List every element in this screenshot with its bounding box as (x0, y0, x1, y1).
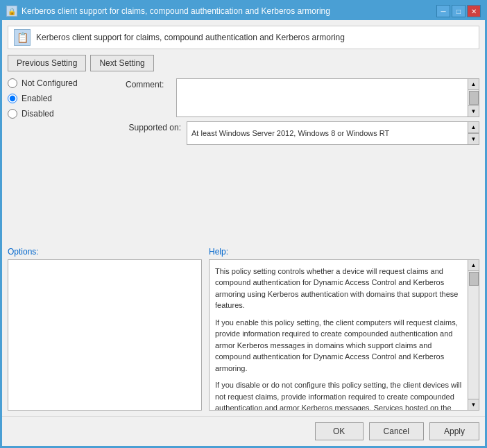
help-label: Help: (209, 247, 479, 257)
help-scroll-thumb[interactable] (469, 272, 479, 286)
supported-section: Supported on: At least Windows Server 20… (126, 121, 479, 145)
supported-scrollbar[interactable]: ▲ ▼ (468, 122, 479, 144)
disabled-radio[interactable] (8, 109, 17, 119)
footer: OK Cancel Apply (2, 416, 485, 446)
supported-wrapper: At least Windows Server 2012, Windows 8 … (187, 121, 479, 145)
next-setting-button[interactable]: Next Setting (90, 55, 153, 71)
maximize-button[interactable]: □ (452, 5, 465, 17)
nav-buttons: Previous Setting Next Setting (8, 55, 479, 71)
supported-scroll-down[interactable]: ▼ (468, 133, 479, 144)
help-text: This policy setting controls whether a d… (210, 260, 468, 411)
scroll-up-arrow[interactable]: ▲ (468, 79, 479, 90)
options-panel: Options: (8, 247, 202, 411)
help-wrapper: This policy setting controls whether a d… (209, 259, 479, 411)
subtitle-text: Kerberos client support for claims, comp… (36, 33, 345, 42)
options-box (8, 259, 202, 411)
comment-scrollbar[interactable]: ▲ ▼ (468, 79, 479, 117)
help-scroll-up[interactable]: ▲ (468, 260, 479, 271)
window-controls: ─ □ ✕ (436, 5, 481, 17)
comment-label: Comment: (126, 78, 171, 89)
not-configured-radio[interactable] (8, 78, 17, 88)
cancel-button[interactable]: Cancel (369, 422, 424, 440)
not-configured-option[interactable]: Not Configured (8, 78, 119, 88)
bottom-area: Options: Help: This policy setting contr… (8, 247, 479, 411)
radio-group: Not Configured Enabled Disabled (8, 78, 119, 119)
help-paragraph-2: If you enable this policy setting, the c… (215, 317, 462, 374)
enabled-option[interactable]: Enabled (8, 94, 119, 103)
help-panel: Help: This policy setting controls wheth… (209, 247, 479, 411)
disabled-label: Disabled (22, 109, 54, 119)
window-title: Kerberos client support for claims, comp… (22, 6, 436, 16)
comment-textarea-wrapper: ▲ ▼ (176, 78, 479, 117)
left-panel: Not Configured Enabled Disabled (8, 78, 119, 243)
supported-label: Supported on: (126, 121, 181, 132)
apply-button[interactable]: Apply (429, 422, 479, 440)
comment-section: Comment: ▲ ▼ (126, 78, 479, 117)
ok-button[interactable]: OK (315, 422, 364, 440)
minimize-button[interactable]: ─ (436, 5, 450, 17)
title-bar: 🔒 Kerberos client support for claims, co… (2, 2, 485, 20)
comment-textarea[interactable] (177, 79, 468, 117)
disabled-option[interactable]: Disabled (8, 109, 119, 119)
window-icon: 🔒 (6, 6, 17, 17)
subtitle-bar: 📋 Kerberos client support for claims, co… (8, 26, 479, 49)
supported-scroll-up[interactable]: ▲ (468, 122, 479, 133)
enabled-radio[interactable] (8, 94, 17, 103)
not-configured-label: Not Configured (22, 78, 78, 88)
main-window: 🔒 Kerberos client support for claims, co… (1, 1, 486, 447)
scroll-down-arrow[interactable]: ▼ (468, 105, 479, 117)
right-panel: Comment: ▲ ▼ Supported on: At least (126, 78, 479, 243)
content-area: 📋 Kerberos client support for claims, co… (2, 20, 485, 416)
help-scrollbar[interactable]: ▲ ▼ (468, 260, 479, 411)
close-button[interactable]: ✕ (467, 5, 481, 17)
subtitle-icon: 📋 (14, 29, 31, 46)
help-paragraph-3: If you disable or do not configure this … (215, 379, 462, 410)
options-label: Options: (8, 247, 202, 257)
previous-setting-button[interactable]: Previous Setting (8, 55, 86, 71)
enabled-label: Enabled (22, 94, 52, 103)
help-paragraph-1: This policy setting controls whether a d… (215, 266, 462, 311)
supported-value: At least Windows Server 2012, Windows 8 … (187, 122, 468, 144)
scroll-thumb[interactable] (469, 91, 479, 105)
help-scroll-down[interactable]: ▼ (468, 399, 479, 410)
main-area: Not Configured Enabled Disabled Comm (8, 78, 479, 243)
